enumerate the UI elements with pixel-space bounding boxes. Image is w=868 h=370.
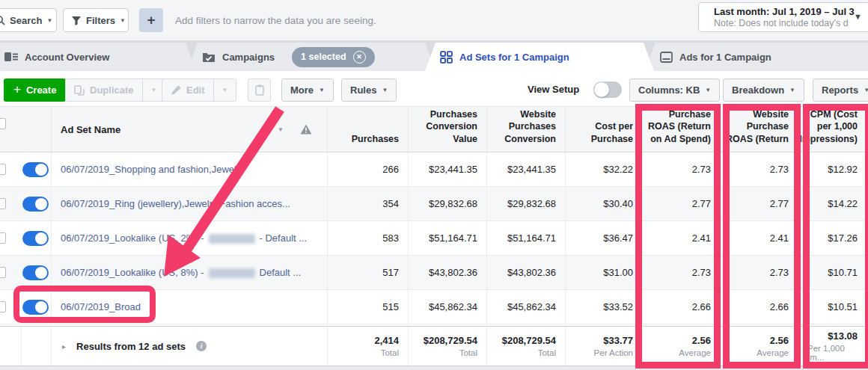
website-purchase-roas-total: 2.56Average — [720, 327, 798, 366]
search-label: Search — [10, 15, 42, 26]
add-filter-button[interactable]: + — [139, 8, 163, 32]
results-label: Results from 12 ad sets — [76, 341, 186, 352]
breakdown-button[interactable]: Breakdown ▼ — [723, 78, 804, 102]
ad-set-status-toggle[interactable] — [22, 300, 49, 315]
expand-caret-icon[interactable]: ▸ — [62, 342, 66, 351]
filters-label: Filters — [86, 15, 115, 26]
purchase-roas-cell: 2.73 — [642, 256, 720, 289]
column-header-ad-set-name[interactable]: Ad Set Name ▼ — [51, 107, 327, 152]
more-label: More — [290, 84, 314, 96]
caret-down-icon: ▼ — [864, 87, 868, 93]
row-checkbox[interactable] — [0, 301, 6, 312]
rules-button[interactable]: Rules ▼ — [341, 78, 397, 102]
row-checkbox[interactable] — [0, 198, 6, 209]
tab-account-overview[interactable]: Account Overview — [0, 43, 196, 71]
columns-label: Columns: KB — [638, 84, 700, 96]
more-button[interactable]: More ▼ — [281, 78, 334, 102]
edit-pencil-icon — [171, 85, 181, 96]
table-row: 06/07/2019_Lookalike (US, 8%) -Default .… — [0, 256, 868, 290]
plus-icon: + — [13, 82, 21, 97]
filters-button[interactable]: Filters ▼ — [63, 8, 129, 32]
caret-down-icon: ▼ — [705, 87, 711, 93]
search-icon — [0, 15, 5, 25]
column-header-purchases[interactable]: Purchases — [327, 107, 408, 152]
purchase-roas-total: 2.56Average — [642, 327, 720, 366]
table-row: 06/07/2019_Ring (jewellery),Jewelry,Fash… — [0, 187, 868, 221]
redacted-text — [209, 268, 255, 278]
ad-set-name-link[interactable]: 06/07/2019_Lookalike (US, 2%) -- Default… — [61, 232, 307, 244]
caret-down-icon: ▼ — [382, 87, 388, 93]
tab-ads[interactable]: Ads for 1 Campaign — [645, 43, 868, 71]
deselect-icon[interactable]: ✕ — [353, 51, 366, 64]
duplicate-icon — [74, 85, 85, 96]
ad-set-status-toggle[interactable] — [22, 197, 49, 212]
cost-per-purchase-cell: $32.22 — [565, 152, 642, 186]
date-range-selector[interactable]: Last month: Jul 1, 2019 – Jul 3 Note: Do… — [698, 2, 868, 32]
ad-set-name-link[interactable]: 06/07/2019_Broad — [61, 301, 141, 312]
column-header-cpm[interactable]: CPM (Cost per 1,000 Impressions) — [798, 107, 868, 152]
date-range-note: Note: Does not include today's d — [714, 18, 868, 28]
website-purchase-roas-cell: 2.77 — [720, 187, 798, 221]
ad-set-status-toggle[interactable] — [22, 265, 49, 280]
create-button[interactable]: + Create — [4, 78, 66, 102]
filter-placeholder[interactable]: Add filters to narrow the data you are s… — [175, 15, 376, 26]
tab-label: Campaigns — [222, 52, 275, 63]
column-header-cost-per-purchase[interactable]: Cost per Purchase — [565, 107, 642, 152]
purchases-cell: 517 — [327, 256, 408, 289]
reports-button[interactable]: Reports ▼ — [813, 78, 868, 102]
date-range-value: Last month: Jul 1, 2019 – Jul 3 — [714, 6, 868, 17]
purchases-cell: 515 — [327, 290, 408, 324]
website-purchases-conversion-total: $208,729.54Total — [486, 327, 565, 366]
website-purchase-roas-cell: 2.73 — [720, 256, 798, 289]
columns-button[interactable]: Columns: KB ▼ — [629, 78, 720, 102]
select-all-checkbox[interactable] — [0, 118, 6, 129]
ad-set-status-toggle[interactable] — [22, 162, 49, 177]
column-header-purchases-conversion-value[interactable]: Purchases Conversion Value — [408, 107, 486, 152]
column-header-purchase-roas[interactable]: Purchase ROAS (Return on Ad Spend) — [642, 107, 720, 152]
view-setup-toggle[interactable] — [593, 81, 622, 98]
purchases-conversion-value-cell: $43,802.36 — [408, 256, 486, 289]
cost-per-purchase-cell: $33.52 — [565, 290, 642, 324]
tab-label: Ad Sets for 1 Campaign — [459, 52, 569, 63]
row-checkbox[interactable] — [0, 164, 6, 175]
edit-label: Edit — [186, 84, 205, 96]
caret-down-icon: ▼ — [319, 87, 325, 93]
purchases-total: 2,414Total — [327, 327, 408, 366]
rules-label: Rules — [350, 84, 376, 96]
paste-button[interactable] — [248, 78, 271, 102]
row-checkbox[interactable] — [0, 232, 6, 244]
filter-bar: Search ▼ Filters ▼ + Add filters to narr… — [0, 0, 868, 41]
cpm-total: $13.08Per 1,000 Im... — [798, 327, 868, 366]
search-button[interactable]: Search ▼ — [0, 8, 57, 32]
duplicate-button[interactable]: Duplicate ▼ — [65, 78, 165, 102]
sort-caret-icon[interactable]: ▼ — [278, 126, 284, 133]
ad-sets-icon — [440, 51, 453, 64]
table-row: 06/07/2019_Broad 515 $45,862.34 $45,862.… — [0, 290, 868, 324]
cpm-cell: $10.71 — [798, 256, 868, 289]
info-icon[interactable]: i — [196, 341, 207, 351]
campaigns-icon — [202, 52, 216, 63]
tab-campaigns[interactable]: Campaigns 1 selected ✕ — [187, 43, 435, 71]
ad-set-name-link[interactable]: 06/07/2019_Ring (jewellery),Jewelry,Fash… — [61, 198, 290, 209]
reports-label: Reports — [822, 84, 858, 96]
ad-set-name-link[interactable]: 06/07/2019_Lookalike (US, 8%) -Default .… — [61, 267, 301, 278]
website-purchases-conversion-cell: $51,164.71 — [486, 221, 565, 255]
ad-set-status-toggle[interactable] — [22, 231, 49, 246]
website-purchases-conversion-cell: $43,802.36 — [486, 256, 565, 289]
purchase-roas-cell: 2.66 — [642, 290, 720, 324]
redacted-text — [209, 234, 255, 244]
row-checkbox[interactable] — [0, 267, 6, 278]
caret-down-icon: ▼ — [222, 87, 228, 93]
purchases-cell: 354 — [327, 187, 408, 221]
purchase-roas-cell: 2.41 — [642, 221, 720, 255]
tab-ad-sets[interactable]: Ad Sets for 1 Campaign — [425, 43, 654, 71]
column-header-website-purchase-roas[interactable]: Website Purchase ROAS (Return — [720, 107, 798, 152]
edit-button[interactable]: Edit ▼ — [162, 78, 236, 102]
column-header-website-purchases-conversion[interactable]: Website Purchases Conversion — [486, 107, 565, 152]
tab-label: Account Overview — [25, 52, 109, 63]
create-label: Create — [26, 84, 56, 96]
cpm-cell: $17.26 — [798, 221, 868, 255]
ads-icon — [660, 52, 673, 63]
ad-set-name-link[interactable]: 06/07/2019_Shopping and fashion,Jewelry — [61, 164, 245, 175]
results-summary[interactable]: ▸ Results from 12 ad sets i — [51, 327, 327, 366]
